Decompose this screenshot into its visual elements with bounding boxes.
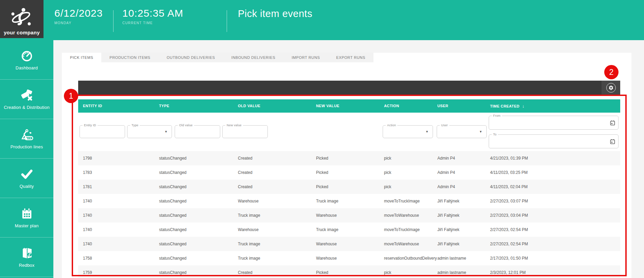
table-cell: pick bbox=[384, 165, 437, 180]
action-filter: Action ▼ bbox=[383, 125, 433, 138]
new-value-filter-input[interactable] bbox=[223, 126, 267, 138]
sidebar-item-label: Quality bbox=[20, 184, 34, 189]
table-cell: Picked bbox=[316, 265, 384, 278]
filter-row: Entity ID Type ▼ Old value New value Act… bbox=[78, 113, 620, 151]
calendar-picker-icon[interactable] bbox=[610, 120, 615, 126]
table-cell: 2/27/2023, 03:04 PM bbox=[490, 208, 620, 223]
table-cell: 2/3/2023, 12:01 PM bbox=[490, 265, 620, 278]
table-row[interactable]: 1783statusChangedCreatedPickedpickAdmin … bbox=[78, 165, 620, 180]
table-row[interactable]: 1758statusChangedTruck imageWarehouseres… bbox=[78, 251, 620, 265]
sort-descending-icon: ↓ bbox=[522, 103, 524, 109]
table-cell: admin lastname bbox=[437, 265, 490, 278]
table-cell: Warehouse bbox=[316, 251, 384, 265]
table-cell: statusChanged bbox=[159, 151, 238, 165]
table-cell: Warehouse bbox=[316, 237, 384, 251]
table-cell: moveToTruckImage bbox=[384, 223, 437, 237]
table-cell: Truck image bbox=[238, 251, 316, 265]
table-row[interactable]: 1759statusChangedCreatedPickedpickadmin … bbox=[78, 265, 620, 278]
table-cell: 4/11/2023, 03:25 PM bbox=[490, 165, 620, 180]
sidebar-item-label: Redbox bbox=[19, 263, 34, 268]
table-row[interactable]: 1740statusChangedWarehouseTruck imagemov… bbox=[78, 194, 620, 208]
table-cell: 1758 bbox=[78, 251, 159, 265]
table-cell: Warehouse bbox=[238, 223, 316, 237]
current-date-label: MONDAY bbox=[54, 21, 103, 25]
table-cell: Warehouse bbox=[316, 208, 384, 223]
table-cell: Truck image bbox=[238, 237, 316, 251]
table-cell: statusChanged bbox=[159, 237, 238, 251]
from-date-filter: From bbox=[489, 116, 619, 130]
table-cell: Jiří Faltýnek bbox=[437, 223, 490, 237]
column-header-user[interactable]: USER bbox=[437, 99, 490, 113]
tab-production-items[interactable]: PRODUCTION ITEMS bbox=[101, 53, 158, 62]
content-card: PICK ITEMS PRODUCTION ITEMS OUTBOUND DEL… bbox=[62, 53, 631, 278]
table-cell: statusChanged bbox=[159, 194, 238, 208]
production-line-icon bbox=[20, 128, 34, 141]
table-cell: 1740 bbox=[78, 237, 159, 251]
tab-outbound-deliveries[interactable]: OUTBOUND DELIVERIES bbox=[159, 53, 223, 62]
table-cell: statusChanged bbox=[159, 165, 238, 180]
table-cell: Picked bbox=[316, 165, 384, 180]
column-header-entity-id[interactable]: ENTITY ID bbox=[78, 99, 159, 113]
column-header-time-created[interactable]: TIME CREATED↓ bbox=[490, 99, 620, 113]
from-date-filter-input[interactable] bbox=[489, 116, 618, 129]
sidebar-item-label: Master plan bbox=[15, 223, 38, 228]
table-cell: Jiří Faltýnek bbox=[437, 194, 490, 208]
calendar-picker-icon[interactable] bbox=[610, 139, 615, 144]
date-block: 6/12/2023 MONDAY bbox=[54, 7, 103, 25]
column-header-new-value[interactable]: NEW VALUE bbox=[316, 99, 384, 113]
table-cell: pick bbox=[384, 151, 437, 165]
tab-import-runs[interactable]: IMPORT RUNS bbox=[283, 53, 328, 62]
to-date-filter: To bbox=[489, 134, 619, 148]
table-row[interactable]: 1781statusChangedCreatedPickedpickAdmin … bbox=[78, 180, 620, 194]
table-cell: reservationOutboundDelivery bbox=[384, 251, 437, 265]
table-cell: 4/21/2023, 01:39 PM bbox=[490, 151, 620, 165]
chevron-down-icon: ▼ bbox=[425, 130, 429, 133]
tickets-icon bbox=[20, 89, 34, 102]
sidebar-item-redbox[interactable]: Redbox bbox=[0, 238, 53, 277]
sidebar-item-dashboard[interactable]: Dashboard bbox=[0, 40, 53, 80]
sidebar-item-quality[interactable]: Quality bbox=[0, 159, 53, 198]
calendar-icon bbox=[20, 207, 34, 220]
to-date-filter-input[interactable] bbox=[489, 135, 618, 148]
column-header-action[interactable]: ACTION bbox=[384, 99, 437, 113]
settings-button[interactable] bbox=[602, 81, 620, 95]
table-cell: Admin P4 bbox=[437, 165, 490, 180]
table-cell: 2/17/2023, 01:50 PM bbox=[490, 251, 620, 265]
table-cell: Jiří Faltýnek bbox=[437, 208, 490, 223]
sidebar-item-creation-distribution[interactable]: Creation & Distribution bbox=[0, 80, 53, 119]
table-row[interactable]: 1740statusChangedWarehouseTruck imagemov… bbox=[78, 223, 620, 237]
tab-inbound-deliveries[interactable]: INBOUND DELIVERIES bbox=[223, 53, 283, 62]
chevron-down-icon: ▼ bbox=[479, 130, 482, 133]
table-row[interactable]: 1798statusChangedCreatedPickedpickAdmin … bbox=[78, 151, 620, 165]
table-cell: 1740 bbox=[78, 194, 159, 208]
table-cell: moveToWarehouse bbox=[384, 237, 437, 251]
tab-pick-items[interactable]: PICK ITEMS bbox=[62, 53, 101, 62]
tab-export-runs[interactable]: EXPORT RUNS bbox=[328, 53, 373, 62]
table-cell: moveToTruckImage bbox=[384, 194, 437, 208]
company-logo[interactable]: your company bbox=[0, 0, 43, 38]
entity-id-filter-input[interactable] bbox=[80, 126, 125, 138]
table-cell: Warehouse bbox=[238, 194, 316, 208]
table-cell: pick bbox=[384, 265, 437, 278]
column-header-type[interactable]: TYPE bbox=[159, 99, 238, 113]
old-value-filter-input[interactable] bbox=[175, 126, 220, 138]
header-divider bbox=[227, 10, 227, 32]
app-root: your company 6/12/2023 MONDAY 10:25:35 A… bbox=[0, 0, 644, 278]
table-cell: Created bbox=[238, 151, 316, 165]
table-cell: Admin P4 bbox=[437, 151, 490, 165]
old-value-filter: Old value bbox=[175, 125, 220, 138]
company-logo-icon bbox=[10, 7, 34, 28]
table-header-row: ENTITY ID TYPE OLD VALUE NEW VALUE ACTIO… bbox=[78, 99, 620, 113]
table-toolbar bbox=[78, 81, 620, 95]
table-row[interactable]: 1740statusChangedTruck imageWarehousemov… bbox=[78, 237, 620, 251]
sidebar-item-master-plan[interactable]: Master plan bbox=[0, 198, 53, 238]
sidebar-item-production-lines[interactable]: Production lines bbox=[0, 119, 53, 159]
new-value-filter: New value bbox=[222, 125, 268, 138]
table-row[interactable]: 1740statusChangedTruck imageWarehousemov… bbox=[78, 208, 620, 223]
table-cell: Created bbox=[238, 265, 316, 278]
table-cell: admin lastname bbox=[437, 251, 490, 265]
table-cell: Truck image bbox=[238, 208, 316, 223]
table-cell: pick bbox=[384, 180, 437, 194]
column-header-old-value[interactable]: OLD VALUE bbox=[238, 99, 316, 113]
current-time: 10:25:35 AM bbox=[122, 7, 183, 19]
